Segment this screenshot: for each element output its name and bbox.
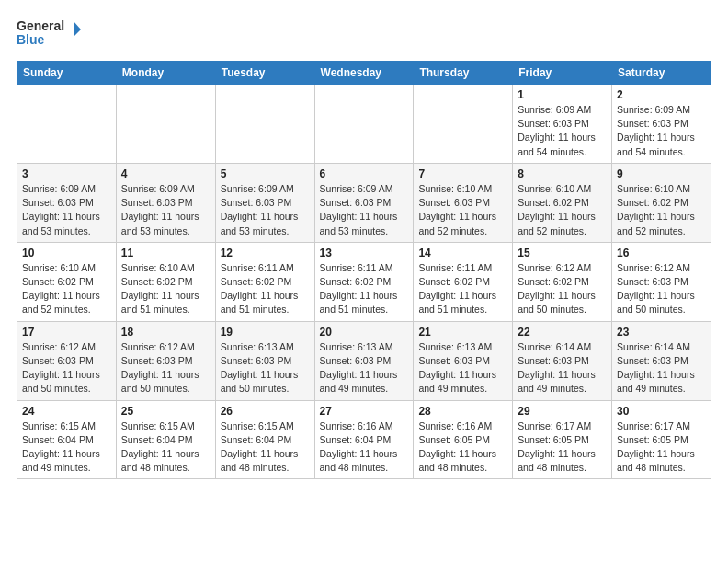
- week-row-5: 24Sunrise: 6:15 AMSunset: 6:04 PMDayligh…: [17, 400, 711, 479]
- day-number: 1: [518, 88, 607, 101]
- day-number: 15: [518, 247, 607, 259]
- day-number: 14: [418, 247, 507, 259]
- day-number: 30: [617, 405, 706, 418]
- header-row: SundayMondayTuesdayWednesdayThursdayFrid…: [17, 62, 711, 85]
- day-number: 28: [418, 405, 507, 418]
- day-info: Sunrise: 6:11 AMSunset: 6:02 PMDaylight:…: [221, 261, 310, 317]
- day-number: 12: [221, 247, 310, 259]
- day-info: Sunrise: 6:11 AMSunset: 6:02 PMDaylight:…: [418, 261, 507, 317]
- day-cell: [414, 85, 513, 164]
- day-cell: 8Sunrise: 6:10 AMSunset: 6:02 PMDaylight…: [513, 163, 612, 242]
- day-number: 10: [22, 247, 111, 259]
- day-info: Sunrise: 6:12 AMSunset: 6:03 PMDaylight:…: [22, 340, 111, 396]
- calendar-table: SundayMondayTuesdayWednesdayThursdayFrid…: [17, 61, 711, 479]
- day-header-saturday: Saturday: [612, 62, 711, 85]
- day-info: Sunrise: 6:14 AMSunset: 6:03 PMDaylight:…: [518, 340, 607, 396]
- day-header-wednesday: Wednesday: [314, 62, 414, 85]
- day-info: Sunrise: 6:13 AMSunset: 6:03 PMDaylight:…: [320, 340, 409, 396]
- day-info: Sunrise: 6:09 AMSunset: 6:03 PMDaylight:…: [121, 182, 210, 238]
- day-cell: 22Sunrise: 6:14 AMSunset: 6:03 PMDayligh…: [513, 321, 612, 400]
- logo-text-blue: Blue: [17, 32, 45, 47]
- day-info: Sunrise: 6:17 AMSunset: 6:05 PMDaylight:…: [617, 419, 706, 476]
- logo-text-general: General: [17, 18, 64, 33]
- day-cell: 29Sunrise: 6:17 AMSunset: 6:05 PMDayligh…: [513, 400, 612, 479]
- day-info: Sunrise: 6:09 AMSunset: 6:03 PMDaylight:…: [518, 103, 607, 159]
- day-cell: 13Sunrise: 6:11 AMSunset: 6:02 PMDayligh…: [314, 242, 414, 321]
- day-info: Sunrise: 6:16 AMSunset: 6:04 PMDaylight:…: [320, 419, 409, 476]
- day-header-thursday: Thursday: [414, 62, 513, 85]
- day-info: Sunrise: 6:09 AMSunset: 6:03 PMDaylight:…: [617, 103, 706, 159]
- day-number: 22: [518, 326, 607, 339]
- day-number: 2: [617, 88, 706, 101]
- day-info: Sunrise: 6:09 AMSunset: 6:03 PMDaylight:…: [22, 182, 111, 238]
- day-number: 24: [22, 405, 111, 418]
- day-cell: 15Sunrise: 6:12 AMSunset: 6:02 PMDayligh…: [513, 242, 612, 321]
- day-cell: 20Sunrise: 6:13 AMSunset: 6:03 PMDayligh…: [314, 321, 414, 400]
- day-number: 8: [518, 167, 607, 180]
- day-cell: 14Sunrise: 6:11 AMSunset: 6:02 PMDayligh…: [414, 242, 513, 321]
- day-info: Sunrise: 6:16 AMSunset: 6:05 PMDaylight:…: [418, 419, 507, 476]
- day-cell: [314, 85, 414, 164]
- day-info: Sunrise: 6:15 AMSunset: 6:04 PMDaylight:…: [22, 419, 111, 476]
- day-header-sunday: Sunday: [17, 62, 117, 85]
- day-cell: 10Sunrise: 6:10 AMSunset: 6:02 PMDayligh…: [17, 242, 117, 321]
- day-cell: 11Sunrise: 6:10 AMSunset: 6:02 PMDayligh…: [116, 242, 215, 321]
- day-info: Sunrise: 6:10 AMSunset: 6:02 PMDaylight:…: [518, 182, 607, 238]
- day-info: Sunrise: 6:09 AMSunset: 6:03 PMDaylight:…: [221, 182, 310, 238]
- week-row-3: 10Sunrise: 6:10 AMSunset: 6:02 PMDayligh…: [17, 242, 711, 321]
- day-number: 16: [617, 247, 706, 259]
- day-number: 6: [320, 167, 409, 180]
- day-number: 26: [221, 405, 310, 418]
- day-number: 27: [320, 405, 409, 418]
- day-number: 3: [22, 167, 111, 180]
- week-row-1: 1Sunrise: 6:09 AMSunset: 6:03 PMDaylight…: [17, 85, 711, 164]
- day-cell: 5Sunrise: 6:09 AMSunset: 6:03 PMDaylight…: [215, 163, 314, 242]
- day-number: 13: [320, 247, 409, 259]
- day-cell: 21Sunrise: 6:13 AMSunset: 6:03 PMDayligh…: [414, 321, 513, 400]
- day-info: Sunrise: 6:13 AMSunset: 6:03 PMDaylight:…: [221, 340, 310, 396]
- day-cell: 9Sunrise: 6:10 AMSunset: 6:02 PMDaylight…: [612, 163, 711, 242]
- day-cell: 17Sunrise: 6:12 AMSunset: 6:03 PMDayligh…: [17, 321, 117, 400]
- day-number: 20: [320, 326, 409, 339]
- day-cell: 28Sunrise: 6:16 AMSunset: 6:05 PMDayligh…: [414, 400, 513, 479]
- day-info: Sunrise: 6:15 AMSunset: 6:04 PMDaylight:…: [221, 419, 310, 476]
- day-number: 29: [518, 405, 607, 418]
- day-info: Sunrise: 6:10 AMSunset: 6:03 PMDaylight:…: [418, 182, 507, 238]
- day-number: 25: [121, 405, 210, 418]
- day-cell: 12Sunrise: 6:11 AMSunset: 6:02 PMDayligh…: [215, 242, 314, 321]
- day-cell: 27Sunrise: 6:16 AMSunset: 6:04 PMDayligh…: [314, 400, 414, 479]
- day-info: Sunrise: 6:13 AMSunset: 6:03 PMDaylight:…: [418, 340, 507, 396]
- day-cell: 24Sunrise: 6:15 AMSunset: 6:04 PMDayligh…: [17, 400, 117, 479]
- day-info: Sunrise: 6:12 AMSunset: 6:03 PMDaylight:…: [121, 340, 210, 396]
- day-info: Sunrise: 6:12 AMSunset: 6:03 PMDaylight:…: [617, 261, 706, 317]
- day-cell: 3Sunrise: 6:09 AMSunset: 6:03 PMDaylight…: [17, 163, 117, 242]
- day-header-monday: Monday: [116, 62, 215, 85]
- day-cell: 7Sunrise: 6:10 AMSunset: 6:03 PMDaylight…: [414, 163, 513, 242]
- day-info: Sunrise: 6:12 AMSunset: 6:02 PMDaylight:…: [518, 261, 607, 317]
- day-cell: 18Sunrise: 6:12 AMSunset: 6:03 PMDayligh…: [116, 321, 215, 400]
- day-cell: 25Sunrise: 6:15 AMSunset: 6:04 PMDayligh…: [116, 400, 215, 479]
- day-cell: 19Sunrise: 6:13 AMSunset: 6:03 PMDayligh…: [215, 321, 314, 400]
- week-row-2: 3Sunrise: 6:09 AMSunset: 6:03 PMDaylight…: [17, 163, 711, 242]
- day-cell: [116, 85, 215, 164]
- logo-arrow: [74, 21, 81, 37]
- day-number: 23: [617, 326, 706, 339]
- day-number: 5: [221, 167, 310, 180]
- day-number: 18: [121, 326, 210, 339]
- day-number: 7: [418, 167, 507, 180]
- day-number: 11: [121, 247, 210, 259]
- day-number: 17: [22, 326, 111, 339]
- day-cell: 30Sunrise: 6:17 AMSunset: 6:05 PMDayligh…: [612, 400, 711, 479]
- day-cell: 26Sunrise: 6:15 AMSunset: 6:04 PMDayligh…: [215, 400, 314, 479]
- day-info: Sunrise: 6:10 AMSunset: 6:02 PMDaylight:…: [22, 261, 111, 317]
- day-header-tuesday: Tuesday: [215, 62, 314, 85]
- day-cell: 4Sunrise: 6:09 AMSunset: 6:03 PMDaylight…: [116, 163, 215, 242]
- logo: General Blue: [17, 17, 81, 52]
- day-number: 21: [418, 326, 507, 339]
- day-cell: 1Sunrise: 6:09 AMSunset: 6:03 PMDaylight…: [513, 85, 612, 164]
- day-info: Sunrise: 6:15 AMSunset: 6:04 PMDaylight:…: [121, 419, 210, 476]
- day-info: Sunrise: 6:10 AMSunset: 6:02 PMDaylight:…: [121, 261, 210, 317]
- day-cell: [215, 85, 314, 164]
- week-row-4: 17Sunrise: 6:12 AMSunset: 6:03 PMDayligh…: [17, 321, 711, 400]
- day-header-friday: Friday: [513, 62, 612, 85]
